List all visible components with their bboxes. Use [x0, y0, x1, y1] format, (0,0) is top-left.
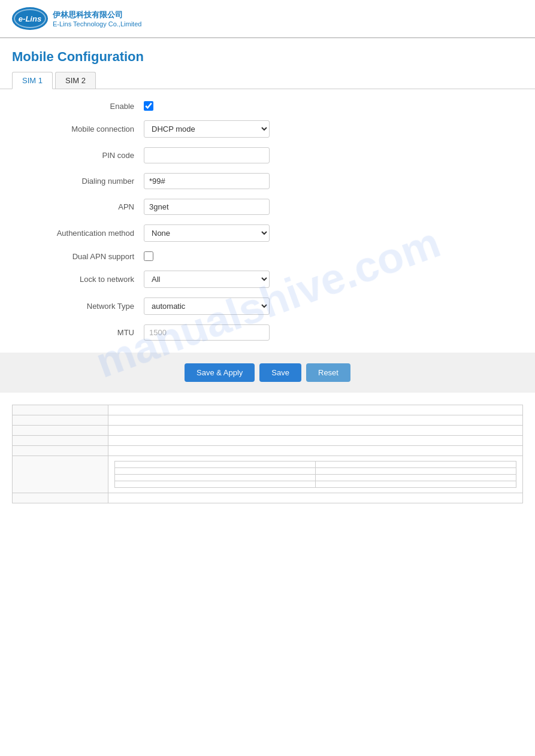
enable-checkbox[interactable]: [144, 101, 153, 111]
dual-apn-label: Dual APN support: [12, 252, 144, 261]
table-cell-value: [108, 493, 523, 503]
table-row: [13, 446, 523, 456]
form-row-dialing: Dialing number: [12, 173, 523, 189]
table-cell-label: [13, 436, 108, 446]
table-cell-label: [13, 493, 108, 503]
table-row: [13, 456, 523, 493]
network-type-control: automatic manual: [144, 297, 270, 315]
reset-button[interactable]: Reset: [306, 363, 350, 382]
mtu-input[interactable]: [144, 324, 270, 341]
dual-apn-checkbox[interactable]: [144, 251, 153, 261]
save-apply-button[interactable]: Save & Apply: [185, 363, 255, 382]
bottom-table: [12, 405, 523, 503]
table-cell-label: [13, 415, 108, 426]
save-button[interactable]: Save: [259, 363, 301, 382]
table-cell-label: [13, 456, 108, 493]
form-row-mobile-connection: Mobile connection DHCP mode Static mode …: [12, 120, 523, 138]
mobile-connection-control: DHCP mode Static mode PPP mode: [144, 120, 270, 138]
form-row-mtu: MTU: [12, 324, 523, 341]
nested-table-row: [115, 475, 516, 481]
nested-table-row: [115, 468, 516, 475]
form: Enable Mobile connection DHCP mode Stati…: [0, 101, 535, 341]
table-row: [13, 426, 523, 436]
page-title: Mobile Configuration: [0, 38, 535, 72]
pin-code-control: [144, 147, 270, 163]
form-row-pin: PIN code: [12, 147, 523, 163]
table-cell-value: [108, 405, 523, 415]
auth-method-label: Authentication method: [12, 229, 144, 238]
form-row-enable: Enable: [12, 101, 523, 111]
nested-cell: [115, 475, 316, 481]
nested-cell: [115, 481, 316, 488]
nested-cell: [316, 462, 516, 468]
header: e-Lins 伊林思科技有限公司 E-Lins Technology Co.,L…: [0, 0, 535, 38]
company-name-en: E-Lins Technology Co.,Limited: [53, 20, 141, 28]
company-name: 伊林思科技有限公司 E-Lins Technology Co.,Limited: [53, 10, 141, 28]
pin-code-label: PIN code: [12, 151, 144, 160]
nested-table: [114, 461, 516, 488]
form-row-network-type: Network Type automatic manual: [12, 297, 523, 315]
table-row: [13, 405, 523, 415]
mtu-control: [144, 324, 270, 341]
table-row: [13, 415, 523, 426]
table-cell-label: [13, 446, 108, 456]
nested-cell: [316, 481, 516, 488]
dual-apn-control: [144, 251, 270, 261]
form-row-dual-apn: Dual APN support: [12, 251, 523, 261]
nested-table-row: [115, 481, 516, 488]
lock-network-select[interactable]: All 2G 3G 4G: [144, 271, 270, 288]
tabs-container: SIM 1 SIM 2: [0, 72, 535, 89]
form-row-lock-network: Lock to network All 2G 3G 4G: [12, 271, 523, 288]
dialing-number-input[interactable]: [144, 173, 270, 189]
table-cell-value: [108, 436, 523, 446]
table-row: [13, 436, 523, 446]
network-type-label: Network Type: [12, 302, 144, 311]
network-type-select[interactable]: automatic manual: [144, 297, 270, 315]
table-cell-value: [108, 456, 523, 493]
form-row-auth: Authentication method None PAP CHAP PAP/…: [12, 224, 523, 242]
logo: e-Lins 伊林思科技有限公司 E-Lins Technology Co.,L…: [12, 7, 141, 30]
tab-sim2[interactable]: SIM 2: [55, 72, 96, 89]
nested-table-row: [115, 462, 516, 468]
apn-control: [144, 199, 270, 215]
enable-label: Enable: [12, 102, 144, 111]
table-row: [13, 493, 523, 503]
lock-network-label: Lock to network: [12, 275, 144, 284]
pin-code-input[interactable]: [144, 147, 270, 163]
auth-method-select[interactable]: None PAP CHAP PAP/CHAP: [144, 224, 270, 242]
mobile-connection-label: Mobile connection: [12, 125, 144, 133]
apn-input[interactable]: [144, 199, 270, 215]
dialing-number-control: [144, 173, 270, 189]
mtu-label: MTU: [12, 328, 144, 337]
nested-cell: [316, 468, 516, 475]
table-cell-value: [108, 426, 523, 436]
nested-cell: [115, 468, 316, 475]
table-cell-label: [13, 405, 108, 415]
apn-label: APN: [12, 202, 144, 211]
lock-network-control: All 2G 3G 4G: [144, 271, 270, 288]
action-bar: Save & Apply Save Reset: [0, 353, 535, 393]
form-row-apn: APN: [12, 199, 523, 215]
logo-icon: e-Lins: [12, 7, 48, 30]
enable-checkbox-wrapper: [144, 101, 270, 111]
table-cell-value: [108, 446, 523, 456]
nested-cell: [115, 462, 316, 468]
dialing-number-label: Dialing number: [12, 177, 144, 186]
nested-cell: [316, 475, 516, 481]
table-cell-label: [13, 426, 108, 436]
auth-method-control: None PAP CHAP PAP/CHAP: [144, 224, 270, 242]
tab-sim1[interactable]: SIM 1: [12, 72, 53, 89]
mobile-connection-select[interactable]: DHCP mode Static mode PPP mode: [144, 120, 270, 138]
company-name-cn: 伊林思科技有限公司: [53, 10, 141, 20]
table-cell-value: [108, 415, 523, 426]
